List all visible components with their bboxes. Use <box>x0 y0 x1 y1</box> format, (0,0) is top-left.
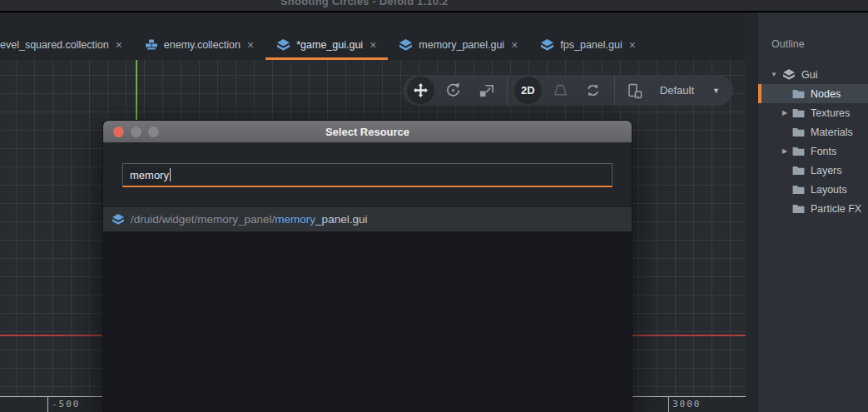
gui-scene-icon <box>399 39 413 51</box>
gui-scene-icon <box>540 39 554 51</box>
tab-label: fps_panel.gui <box>560 39 622 51</box>
dialog-search-section: memory <box>103 142 632 206</box>
toolbar-separator <box>507 75 508 106</box>
resource-result-list[interactable] <box>103 232 632 411</box>
window-controls <box>113 121 159 142</box>
tab-fps-panel-gui[interactable]: fps_panel.gui × <box>529 32 647 60</box>
tab-game-gui[interactable]: *game_gui.gui × <box>265 32 388 60</box>
tab-close-icon[interactable]: × <box>246 39 255 51</box>
tab-close-icon[interactable]: × <box>510 39 518 51</box>
move-tool-button[interactable] <box>404 75 437 106</box>
ruler-tick <box>668 397 669 412</box>
ruler-tick <box>47 397 48 412</box>
outline-row-materials[interactable]: Materials <box>758 122 868 141</box>
resource-result-path: /druid/widget/memory_panel/memory_panel.… <box>131 213 367 226</box>
layout-select-value[interactable]: Default <box>660 84 694 97</box>
outline-row-label: Layouts <box>811 184 847 196</box>
outline-row-label: Fonts <box>811 146 836 157</box>
move-tool-active-circle <box>407 77 434 104</box>
folder-icon <box>792 127 805 137</box>
folder-icon <box>792 108 805 118</box>
window-titlebar: Shooting Circles - Defold 1.10.2 <box>0 0 868 12</box>
minimize-window-button[interactable] <box>131 127 141 137</box>
folder-icon <box>792 166 805 176</box>
frustum-icon <box>553 82 568 98</box>
scale-tool-button[interactable] <box>470 75 503 106</box>
tab-close-icon[interactable]: × <box>369 39 377 51</box>
rotate-icon <box>445 82 461 98</box>
outline-row-label: Materials <box>811 127 853 138</box>
outline-row-label: Textures <box>811 107 850 119</box>
scale-icon <box>479 82 494 98</box>
gui-scene-icon <box>782 69 796 80</box>
layout-device-button[interactable] <box>619 75 652 106</box>
refresh-icon <box>585 82 601 98</box>
tab-close-icon[interactable]: × <box>115 39 123 51</box>
window-title: Shooting Circles - Defold 1.10.2 <box>280 0 448 7</box>
tab-label: enemy.collection <box>164 39 241 51</box>
dialog-titlebar[interactable]: Select Resource <box>103 121 632 142</box>
collection-icon <box>145 39 158 50</box>
result-path-prefix: /druid/widget/memory_panel/ <box>131 213 275 226</box>
rotate-tool-button[interactable] <box>437 75 469 106</box>
tree-expanded-icon[interactable]: ▼ <box>770 71 778 78</box>
close-window-button[interactable] <box>113 127 124 137</box>
2d-mode-button[interactable]: 2D <box>512 75 544 106</box>
tab-close-icon[interactable]: × <box>628 39 637 51</box>
outline-row-label: Nodes <box>811 88 841 100</box>
ruler-tick-label: -500 <box>52 399 81 410</box>
tab-enemy-collection[interactable]: enemy.collection × <box>134 32 265 60</box>
tab-level-squared-collection[interactable]: evel_squared.collection × <box>0 32 134 60</box>
editor-tab-bar: evel_squared.collection × enemy.collecti… <box>0 12 746 60</box>
resource-search-input[interactable]: memory <box>122 163 613 187</box>
toolbar-separator <box>614 75 615 106</box>
outline-panel-title: Outline <box>771 38 805 50</box>
layout-device-icon <box>627 82 643 99</box>
outline-row-fonts[interactable]: ▶ Fonts <box>758 141 868 161</box>
search-input-value: memory <box>130 169 169 181</box>
frustum-culling-button[interactable] <box>544 75 577 106</box>
outline-panel: Outline ▼ Gui Nodes ▶ Textures Materials… <box>746 12 868 412</box>
zoom-window-button[interactable] <box>148 127 159 137</box>
refresh-button[interactable] <box>577 75 609 106</box>
scene-toolbar: 2D Default ▼ <box>403 75 733 106</box>
outline-row-label: Layers <box>811 165 842 176</box>
text-cursor <box>170 168 171 181</box>
outline-row-particlefx[interactable]: Particle FX <box>758 199 868 218</box>
move-icon <box>413 82 429 98</box>
result-path-match: memory <box>275 213 315 226</box>
ruler-tick-label: 3000 <box>672 399 702 410</box>
tab-label: *game_gui.gui <box>296 39 363 51</box>
outline-row-label: Gui <box>801 69 817 81</box>
outline-row-gui[interactable]: ▼ Gui <box>758 65 868 84</box>
resource-result-row[interactable]: /druid/widget/memory_panel/memory_panel.… <box>103 206 632 232</box>
folder-icon <box>792 204 805 214</box>
folder-icon <box>792 185 805 195</box>
outline-row-layouts[interactable]: Layouts <box>758 180 868 199</box>
tree-collapsed-icon[interactable]: ▶ <box>781 147 789 155</box>
dialog-title: Select Resource <box>325 126 409 138</box>
outline-row-layers[interactable]: Layers <box>758 161 868 180</box>
outline-row-textures[interactable]: ▶ Textures <box>758 103 868 122</box>
2d-mode-circle: 2D <box>514 77 542 104</box>
tab-memory-panel-gui[interactable]: memory_panel.gui × <box>388 32 529 60</box>
outline-row-label: Particle FX <box>811 203 861 215</box>
outline-tree: ▼ Gui Nodes ▶ Textures Materials ▶ Fonts… <box>758 65 868 218</box>
gui-scene-icon <box>112 214 125 225</box>
2d-mode-label: 2D <box>521 84 535 97</box>
folder-icon <box>792 89 805 99</box>
tab-label: evel_squared.collection <box>0 39 109 51</box>
folder-icon <box>792 146 805 156</box>
result-path-suffix: _panel.gui <box>315 213 367 226</box>
chevron-down-icon[interactable]: ▼ <box>712 87 720 95</box>
select-resource-dialog: Select Resource memory /druid/widget/mem… <box>102 120 632 412</box>
gui-scene-icon <box>276 39 290 51</box>
tab-label: memory_panel.gui <box>419 39 504 51</box>
tree-collapsed-icon[interactable]: ▶ <box>781 109 789 117</box>
outline-row-nodes[interactable]: Nodes <box>758 84 868 103</box>
